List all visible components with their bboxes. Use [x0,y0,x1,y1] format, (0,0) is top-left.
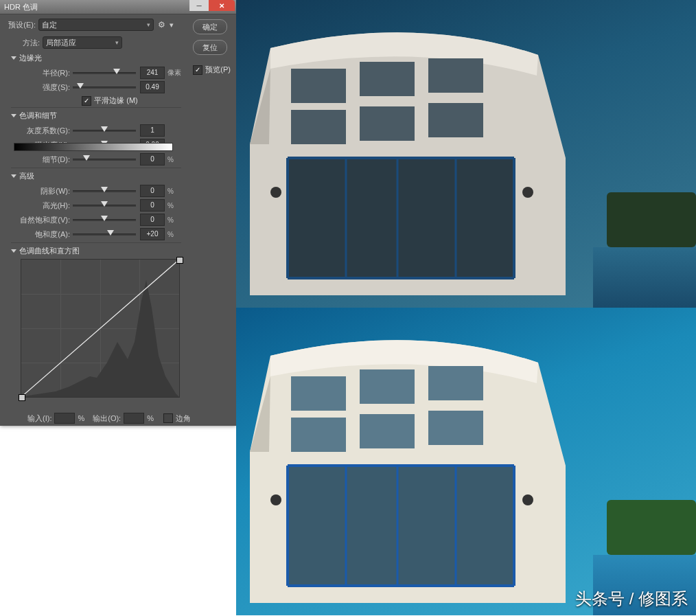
shadow-slider[interactable] [73,186,136,196]
preset-value: 自定 [42,20,57,30]
pct-label: % [78,414,84,422]
hdr-toning-panel: HDR 色调 ─ ✕ 预设(E): 自定 ▾ ⚙ ▾ 确定 复位 ✓ 预览(P)… [0,0,236,426]
window-title: HDR 色调 [0,2,38,12]
curve-handle-shadow[interactable] [19,394,25,401]
preview-checkbox[interactable]: ✓ [193,65,202,75]
preview-area: 头条号 / 修图系 [236,0,696,616]
section-label: 色调和细节 [19,111,57,121]
smooth-edges-label: 平滑边缘 (M) [94,95,138,106]
preview-before [236,0,696,308]
method-value: 局部适应 [46,38,76,48]
svg-rect-26 [360,369,415,404]
detail-slider[interactable] [73,155,136,164]
svg-rect-30 [428,411,483,445]
highlight-slider[interactable] [73,201,136,210]
input-label: 输入(I): [27,413,51,424]
radius-slider[interactable] [73,68,136,78]
svg-rect-1 [288,158,514,278]
close-button[interactable]: ✕ [209,0,235,11]
svg-rect-11 [428,58,483,93]
vibrance-slider[interactable] [73,215,136,225]
section-label: 高级 [19,171,34,181]
input-gradient [14,143,173,151]
window-titlebar[interactable]: HDR 色调 ─ ✕ [0,0,236,14]
output-value[interactable] [124,413,144,424]
preview-label: 预览(P) [205,65,231,75]
preset-select[interactable]: 自定 ▾ [38,19,154,31]
svg-rect-12 [291,110,346,144]
radius-unit: 像素 [167,68,181,78]
disclosure-triangle-icon [11,114,16,117]
shadow-value[interactable]: 0 [140,185,165,197]
method-label: 方法: [16,38,40,48]
method-select[interactable]: 局部适应 ▾ [43,36,122,49]
disclosure-triangle-icon [11,249,16,253]
saturation-slider[interactable] [73,229,136,239]
detail-value[interactable]: 0 [140,153,165,166]
svg-rect-29 [360,414,415,448]
gamma-value[interactable]: 1 [140,124,165,137]
detail-unit: % [167,156,174,163]
preset-label: 预设(E): [4,20,36,30]
input-value[interactable] [54,413,75,424]
chevron-down-icon: ▾ [147,21,150,28]
ok-button[interactable]: 确定 [193,19,227,34]
section-tone-detail[interactable]: 色调和细节 [11,111,185,121]
preview-after: 头条号 / 修图系 [236,308,696,615]
svg-point-32 [522,494,533,505]
reset-button[interactable]: 复位 [193,40,227,55]
strength-value[interactable]: 0.49 [140,81,165,93]
svg-rect-25 [291,376,346,411]
svg-rect-13 [360,106,415,141]
shadow-label: 阴影(W): [7,186,73,196]
pct-label: % [147,414,154,422]
svg-rect-17 [288,466,514,586]
radius-value[interactable]: 241 [140,67,165,79]
detail-label: 细节(D): [7,155,73,165]
building-illustration [250,328,579,603]
building-illustration [250,21,579,295]
corner-checkbox[interactable] [163,413,173,423]
section-edge-glow[interactable]: 边缘光 [11,53,185,63]
smooth-edges-checkbox[interactable]: ✓ [82,96,91,106]
highlight-label: 高光(H): [7,201,73,211]
curve-handle-highlight[interactable] [176,257,183,264]
smooth-edges-row[interactable]: ✓ 平滑边缘 (M) [34,95,185,106]
svg-point-15 [270,187,281,198]
chevron-down-icon: ▾ [115,39,119,46]
gamma-slider[interactable] [73,126,136,135]
preview-checkbox-row[interactable]: ✓ 预览(P) [193,65,231,75]
gamma-label: 灰度系数(G): [7,126,73,136]
shadow-unit: % [167,187,174,195]
strength-label: 强度(S): [7,82,73,93]
section-curve[interactable]: 色调曲线和直方图 [11,246,185,256]
strength-slider[interactable] [73,82,136,92]
minimize-button[interactable]: ─ [189,0,209,11]
svg-rect-10 [360,62,415,96]
svg-rect-27 [428,366,483,400]
saturation-label: 饱和度(A): [7,229,73,240]
disclosure-triangle-icon [11,56,16,60]
highlight-unit: % [167,202,174,209]
watermark-text: 头条号 / 修图系 [575,588,688,610]
disclosure-triangle-icon [11,174,16,178]
histogram-svg [21,260,179,397]
svg-point-16 [522,187,533,198]
highlight-value[interactable]: 0 [140,199,165,212]
output-label: 输出(O): [93,413,121,424]
section-advanced[interactable]: 高级 [11,171,185,181]
corner-label: 边角 [176,413,191,424]
saturation-value[interactable]: +20 [140,228,165,240]
saturation-unit: % [167,231,174,238]
gear-icon[interactable]: ⚙ [158,20,165,30]
svg-rect-14 [428,103,483,137]
svg-point-31 [270,494,281,505]
svg-rect-28 [291,418,346,452]
vibrance-value[interactable]: 0 [140,214,165,226]
radius-label: 半径(R): [7,68,73,78]
preset-menu-icon[interactable]: ▾ [170,21,174,30]
svg-rect-9 [291,69,346,103]
section-label: 色调曲线和直方图 [19,246,80,256]
curve-histogram[interactable] [21,259,180,398]
section-label: 边缘光 [19,53,42,63]
